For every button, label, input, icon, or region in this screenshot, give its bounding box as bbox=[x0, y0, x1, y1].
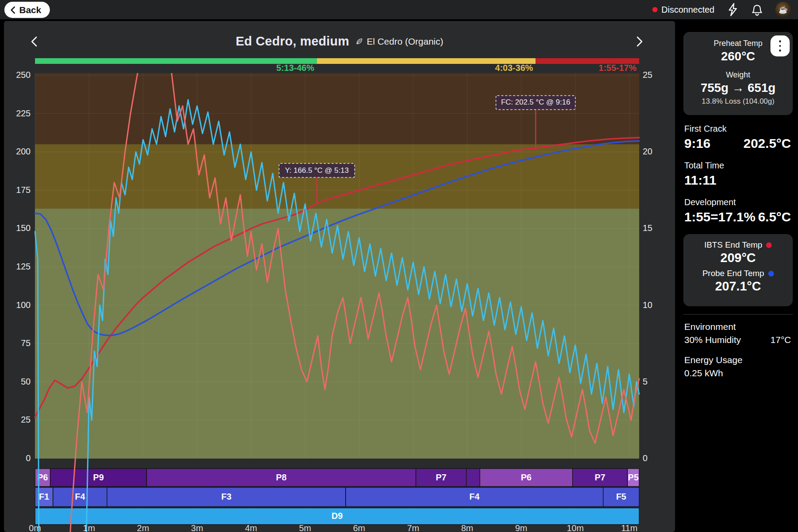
environment-section: Environment 30% Humidity 17°C bbox=[682, 322, 795, 345]
ror-axis-tick: 0 bbox=[643, 453, 648, 463]
end-temps-card: IBTS End Temp 209°C Probe End Temp 207.1… bbox=[683, 234, 793, 306]
x-axis-tick: 4m bbox=[245, 523, 257, 532]
probe-end-label: Probe End Temp bbox=[702, 269, 764, 278]
connection-status: Disconnected bbox=[652, 5, 714, 15]
ror-axis-tick: 25 bbox=[643, 70, 652, 80]
ror-axis-tick: 5 bbox=[643, 377, 648, 386]
x-axis-tick: 0m bbox=[29, 523, 41, 532]
annotation-label: Y: 166.5 °C @ 5:13 bbox=[285, 166, 349, 175]
power-segment-label: P9 bbox=[93, 472, 104, 482]
status-dot-icon bbox=[652, 7, 658, 12]
total-time-stat: Total Time 11:11 bbox=[684, 161, 791, 188]
fan-segment-label: F1 bbox=[39, 492, 49, 501]
x-axis-tick: 3m bbox=[191, 523, 203, 532]
ambient-temp-value: 17°C bbox=[770, 335, 791, 345]
temp-axis-tick: 25 bbox=[21, 415, 31, 424]
development-value: 1:55=17.1% bbox=[684, 210, 756, 224]
weight-label: Weight bbox=[683, 70, 793, 80]
phase-label-drying: 5:13-46% bbox=[276, 63, 314, 73]
energy-label: Energy Usage bbox=[684, 355, 791, 365]
preheat-weight-card: Preheat Temp 260°C Weight 755g → 651g 13… bbox=[683, 32, 793, 115]
lightning-bolt-icon bbox=[727, 3, 739, 16]
ibts-end-value: 209°C bbox=[683, 251, 793, 265]
first-crack-stat: First Crack 9:16 202.5°C bbox=[684, 124, 791, 151]
temp-axis-tick: 75 bbox=[21, 338, 31, 348]
fan-segment-label: F5 bbox=[616, 492, 626, 501]
ibts-end-label: IBTS End Temp bbox=[704, 240, 763, 250]
temp-axis-tick: 150 bbox=[16, 223, 31, 233]
connection-status-label: Disconnected bbox=[662, 5, 714, 15]
temp-axis-tick: 100 bbox=[16, 300, 31, 310]
phase-label-development: 1:55-17% bbox=[598, 63, 637, 73]
phase-segment-drying bbox=[35, 58, 317, 64]
ror-axis-tick: 15 bbox=[643, 223, 652, 233]
power-segment-label: P7 bbox=[595, 472, 605, 482]
back-button-label: Back bbox=[19, 5, 41, 15]
power-segment-label: P5 bbox=[628, 472, 638, 482]
roast-chart-panel: Ed Cedro, medium El Cedro (Organic) 5:13… bbox=[4, 21, 675, 532]
kebab-menu-button[interactable] bbox=[770, 35, 790, 56]
x-axis-tick: 6m bbox=[353, 523, 365, 532]
development-temp: 6.5°C bbox=[758, 210, 791, 224]
environment-label: Environment bbox=[684, 322, 791, 332]
divider bbox=[683, 314, 793, 315]
notifications-button[interactable] bbox=[751, 4, 763, 16]
power-button[interactable] bbox=[727, 3, 739, 16]
fan-segment-label: F3 bbox=[221, 492, 231, 501]
x-axis-tick: 1m bbox=[83, 523, 95, 532]
ror-axis-tick: 10 bbox=[643, 300, 652, 310]
annotation-label: FC: 202.5 °C @ 9:16 bbox=[501, 98, 570, 106]
x-axis-tick: 7m bbox=[407, 523, 420, 532]
energy-section: Energy Usage 0.25 kWh bbox=[682, 355, 795, 378]
x-axis-tick: 8m bbox=[461, 523, 473, 532]
temp-axis-tick: 50 bbox=[21, 377, 31, 386]
back-button[interactable]: Back bbox=[4, 2, 50, 18]
fan-segment-label: F4 bbox=[75, 492, 85, 501]
temp-axis-tick: 200 bbox=[16, 147, 31, 156]
user-avatar[interactable]: ☕ bbox=[775, 2, 791, 18]
power-segment-label: P6 bbox=[521, 472, 531, 482]
ror-axis-tick: 20 bbox=[643, 147, 652, 156]
x-axis-tick: 5m bbox=[299, 523, 312, 532]
x-axis-tick: 2m bbox=[137, 523, 149, 532]
roast-graph[interactable]: 5:13-46%4:03-36%1:55-17%P6P9P8P7P6P7P5F1… bbox=[4, 21, 675, 532]
energy-value: 0.25 kWh bbox=[684, 368, 791, 378]
total-time-value: 11:11 bbox=[684, 173, 716, 188]
x-axis-tick: 10m bbox=[567, 523, 584, 532]
power-segment-label: P7 bbox=[436, 472, 446, 482]
x-axis-tick: 11m bbox=[621, 523, 637, 532]
bell-icon bbox=[751, 4, 763, 16]
kebab-menu-icon bbox=[779, 40, 781, 42]
x-axis-tick: 9m bbox=[515, 523, 528, 532]
temp-axis-tick: 250 bbox=[16, 70, 31, 80]
phase-label-maillard: 4:03-36% bbox=[495, 63, 533, 73]
temp-axis-tick: 175 bbox=[16, 185, 31, 195]
power-segment bbox=[466, 469, 480, 486]
first-crack-temp: 202.5°C bbox=[743, 136, 791, 151]
drum-segment-label: D9 bbox=[332, 511, 343, 521]
development-stat: Development 1:55=17.1% 6.5°C bbox=[684, 197, 791, 224]
ibts-dot-icon bbox=[766, 242, 772, 248]
temp-axis-tick: 0 bbox=[26, 453, 31, 463]
probe-dot-icon bbox=[768, 271, 774, 276]
weight-loss: 13.8% Loss (104.00g) bbox=[683, 97, 793, 106]
temp-axis-tick: 125 bbox=[16, 262, 31, 271]
power-segment-label: P8 bbox=[276, 472, 287, 482]
temp-axis-tick: 225 bbox=[16, 108, 31, 118]
weight-value: 755g → 651g bbox=[683, 81, 793, 95]
roast-info-panel: Preheat Temp 260°C Weight 755g → 651g 13… bbox=[682, 21, 795, 532]
humidity-value: 30% Humidity bbox=[684, 335, 741, 345]
first-crack-time: 9:16 bbox=[684, 136, 710, 151]
fan-segment-label: F4 bbox=[469, 492, 480, 501]
top-bar: Back Disconnected ☕ bbox=[0, 0, 798, 19]
back-chevron-icon bbox=[10, 6, 15, 14]
probe-end-value: 207.1°C bbox=[683, 279, 793, 294]
